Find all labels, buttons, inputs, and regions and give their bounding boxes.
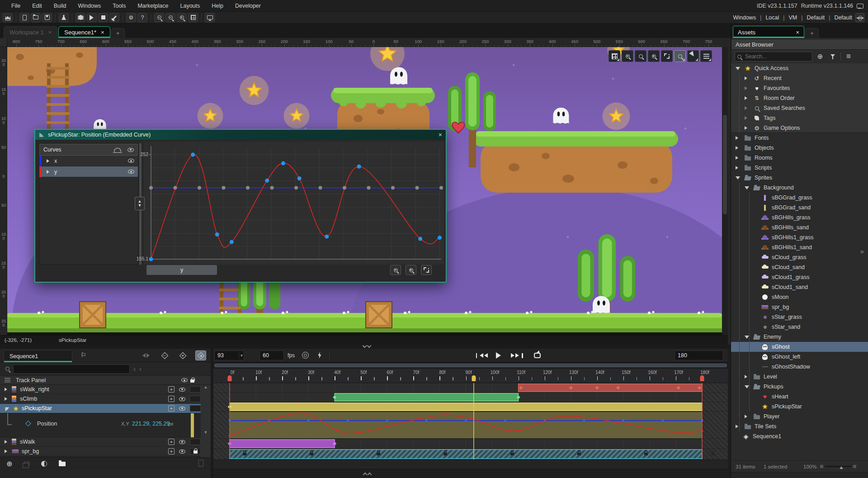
asset-row-scloud1_grass[interactable]: sCloud1_grass	[731, 272, 868, 282]
asset-row-tile-sets[interactable]: Tile Sets	[731, 421, 868, 431]
all-visibility-icon[interactable]	[181, 378, 188, 382]
pointer-tool-button[interactable]	[687, 50, 699, 62]
add-parameter-icon[interactable]: +	[168, 386, 175, 393]
curve-row-x[interactable]: x	[39, 156, 138, 166]
asset-row-sghostshadow[interactable]: sGhostShadow	[731, 362, 868, 372]
zoom-out-button[interactable]	[622, 50, 633, 62]
asset-row-player[interactable]: Player	[731, 412, 868, 421]
zoom-fit-button[interactable]	[661, 50, 673, 62]
delete-track-icon[interactable]	[198, 461, 203, 467]
asset-row-background[interactable]: Background	[731, 183, 868, 193]
asset-row-quick-access[interactable]: ★Quick Access	[731, 63, 868, 73]
asset-row-sheart[interactable]: ♥sHeart	[731, 392, 868, 402]
timeline-bar-sclimb[interactable]	[335, 393, 518, 401]
next-result-icon[interactable]: ›	[139, 365, 142, 373]
menu-help[interactable]: Help	[206, 0, 229, 12]
track-visibility-icon[interactable]	[179, 440, 185, 444]
asset-row-sghost[interactable]: sGhost	[731, 342, 868, 352]
expander-icon[interactable]	[736, 176, 740, 182]
expander-icon[interactable]	[745, 76, 749, 80]
ghost-enemy[interactable]	[553, 108, 569, 123]
expander-icon[interactable]	[745, 86, 749, 90]
add-parameter-icon[interactable]: +	[168, 448, 175, 454]
horizontal-splitter[interactable]	[0, 345, 731, 349]
expander-icon[interactable]	[745, 96, 749, 100]
asset-row-pickups[interactable]: Pickups	[731, 382, 868, 392]
track-visibility-icon[interactable]	[179, 388, 185, 392]
add-parameter-icon[interactable]: +	[168, 396, 175, 402]
grid-options-button[interactable]	[609, 50, 620, 62]
track-row-swalk[interactable]: sWalk+	[0, 437, 201, 447]
menu-windows[interactable]: Windows	[72, 0, 107, 12]
target-0[interactable]: Windows	[733, 14, 756, 21]
assets-tab[interactable]: Assets ×	[733, 26, 804, 38]
asset-row-tags[interactable]: Tags	[731, 113, 868, 123]
save-project-button[interactable]	[42, 13, 52, 22]
skip-to-start-button[interactable]	[475, 350, 489, 361]
play-button[interactable]	[492, 350, 506, 361]
track-row-spickupstar[interactable]: ★sPickupStar+	[0, 404, 201, 413]
asset-row-sbggrad_sand[interactable]: sBGGrad_sand	[731, 203, 868, 213]
visibility-eye-icon[interactable]	[128, 170, 134, 174]
flag-icon[interactable]: ⚐	[80, 351, 86, 359]
target-3[interactable]: Default	[807, 14, 825, 21]
close-icon[interactable]: ×	[101, 29, 104, 36]
record-keyframe-button[interactable]	[195, 350, 206, 360]
range-end-marker[interactable]	[700, 375, 704, 381]
asset-row-sbghills_grass[interactable]: sBGHills_grass	[731, 213, 868, 222]
frame-dropdown-caret[interactable]: ▼	[239, 352, 244, 359]
target-4[interactable]: Default	[834, 14, 852, 21]
menu-icon[interactable]: ≡	[844, 52, 854, 62]
menu-layouts[interactable]: Layouts	[175, 0, 206, 12]
tab-workspace1[interactable]: Workspace 1×	[4, 26, 57, 38]
asset-row-sprites[interactable]: Sprites	[731, 173, 868, 183]
asset-row-sbghills1_sand[interactable]: sBGHills1_sand	[731, 242, 868, 252]
track-row-swalk_right[interactable]: sWalk_right+	[0, 385, 201, 394]
expander-icon[interactable]	[736, 67, 740, 72]
asset-row-saved-searches[interactable]: Saved Searches	[731, 103, 868, 113]
spool-icon[interactable]	[302, 352, 309, 359]
curve-editor-titlebar[interactable]: sPickupStar: Position (Embedded Curve) ×	[35, 130, 446, 140]
filter-sort-icon[interactable]	[5, 378, 10, 383]
open-project-button[interactable]	[31, 13, 41, 22]
asset-row-sequence1[interactable]: ◈Sequence1	[731, 431, 868, 441]
layer-options-button[interactable]	[700, 50, 712, 62]
asset-row-level[interactable]: Level	[731, 372, 868, 382]
track-chip[interactable]	[190, 386, 201, 393]
track-visibility-icon[interactable]	[179, 407, 185, 411]
timeline-lanes[interactable]	[213, 383, 728, 459]
timeline-scrollbar[interactable]	[213, 362, 728, 369]
timeline-ruler[interactable]: 0f10f20f30f40f50f60f70f80f90f100f110f120…	[213, 369, 728, 383]
zoom-reset-button[interactable]	[635, 50, 646, 62]
expander-icon[interactable]	[745, 116, 749, 120]
asset-row-rooms[interactable]: Rooms	[731, 153, 868, 163]
track-row-sclimb[interactable]: sClimb+	[0, 394, 201, 404]
zoom-out-button[interactable]	[154, 13, 164, 22]
track-search-input[interactable]	[13, 364, 130, 374]
timeline-bar-spickupstar[interactable]	[230, 403, 702, 411]
run-button[interactable]	[87, 13, 97, 22]
menu-developer[interactable]: Developer	[229, 0, 267, 12]
clean-button[interactable]	[109, 13, 119, 22]
curve-axis-button[interactable]: y	[146, 265, 217, 275]
remove-keyframe-button[interactable]: −	[159, 350, 170, 360]
timeline-bar-swalk[interactable]	[230, 440, 335, 448]
expander-icon[interactable]	[745, 415, 749, 418]
sequence-length-input[interactable]	[675, 350, 723, 360]
new-tab-button[interactable]: +	[111, 28, 125, 38]
add-track-icon[interactable]: ⊕	[6, 459, 12, 468]
canvas-vertical-scrollbar[interactable]	[722, 47, 728, 335]
target-manager-icon[interactable]	[855, 13, 864, 22]
panel-expand-chevron[interactable]: »	[860, 248, 864, 255]
asset-row-objects[interactable]: Objects	[731, 143, 868, 153]
sequence-tab[interactable]: Sequence1	[4, 350, 72, 362]
expander-icon[interactable]	[745, 336, 749, 341]
ghost-enemy[interactable]	[593, 296, 610, 314]
expander-icon[interactable]	[745, 106, 749, 110]
track-visibility-icon[interactable]	[179, 397, 185, 401]
all-lock-icon[interactable]	[190, 379, 194, 383]
settings-button[interactable]: ⚙	[126, 13, 136, 22]
asset-row-scripts[interactable]: Scripts	[731, 163, 868, 173]
asset-row-scloud1_sand[interactable]: sCloud1_sand	[731, 282, 868, 292]
add-parameter-icon[interactable]: +	[168, 405, 175, 412]
